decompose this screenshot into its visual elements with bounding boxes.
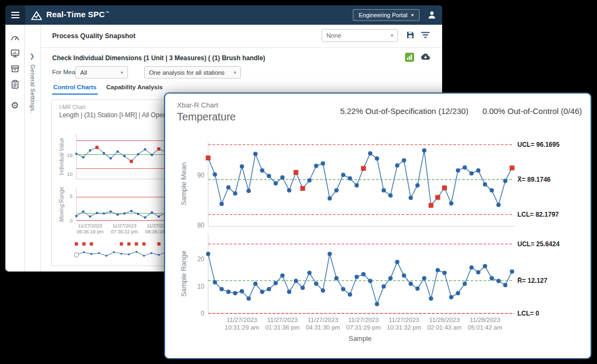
svg-text:11/27/2023: 11/27/2023 (348, 317, 379, 323)
svg-text:11/27/2023: 11/27/2023 (267, 317, 298, 323)
svg-text:11/27/2023: 11/27/2023 (308, 317, 338, 323)
app-logo: Real-Time SPC ™ (31, 10, 109, 21)
app-header: Real-Time SPC ™ Engineering Portal ▾ (5, 5, 442, 25)
xbar-chart-type-label: Xbar-R Chart (177, 101, 236, 109)
imr-chart-type-label: I-MR Chart (59, 104, 86, 110)
logo-check-triangle-icon (31, 10, 42, 21)
app-title: Real-Time SPC (46, 10, 105, 19)
out-of-control-stat: 0.00% Out-of-Control (0/46) (482, 106, 582, 116)
svg-text:10:31:32 pm: 10:31:32 pm (387, 324, 421, 331)
preset-select[interactable]: None ▾ (322, 29, 398, 42)
svg-text:90: 90 (197, 172, 205, 179)
svg-text:11/28/2023: 11/28/2023 (429, 317, 460, 323)
filter-icon (421, 30, 430, 40)
sidebar-item-charts[interactable] (8, 46, 23, 61)
chevron-down-icon: ▾ (411, 12, 414, 18)
monitor-chart-icon (10, 48, 20, 58)
svg-text:11/27/2023: 11/27/2023 (226, 317, 257, 323)
xbar-chart-title: Temperature (177, 111, 236, 123)
svg-text:LCL= 82.1797: LCL= 82.1797 (517, 211, 559, 218)
analysis-select-value: One analysis for all stations (149, 69, 225, 76)
chevron-down-icon: ▾ (233, 70, 236, 75)
svg-text:X̄= 89.1746: X̄= 89.1746 (517, 176, 551, 183)
save-button[interactable] (406, 30, 415, 41)
download-button[interactable] (418, 52, 430, 62)
svg-text:0: 0 (70, 218, 73, 224)
svg-text:02:01:43 am: 02:01:43 am (427, 324, 461, 331)
out-of-spec-stat: 5.22% Out-of-Specification (12/230) (340, 106, 468, 116)
svg-text:07:36:22 pm: 07:36:22 pm (111, 229, 138, 234)
svg-text:01:31:36 pm: 01:31:36 pm (265, 324, 300, 331)
sidebar-item-settings[interactable]: ⚙ (8, 98, 23, 113)
svg-text:10: 10 (67, 171, 73, 177)
tab-capability-analysis[interactable]: Capability Analysis (105, 82, 164, 95)
panel-title: Check Individual Dimensions (1 Unit | 3 … (52, 54, 265, 62)
svg-text:04:31:30 pm: 04:31:30 pm (305, 324, 340, 331)
bar-chart-icon (406, 54, 413, 61)
clipboard-list-icon (10, 80, 20, 89)
svg-text:15: 15 (67, 152, 73, 158)
general-settings-label: General Settings. (30, 65, 36, 113)
tab-control-charts[interactable]: Control Charts (52, 82, 98, 95)
general-settings-strip: ❯ General Settings. (25, 25, 41, 272)
sidebar-item-documents[interactable] (8, 77, 23, 92)
expand-panel-chevron-icon[interactable]: ❯ (30, 53, 34, 60)
svg-text:Sample: Sample (349, 335, 371, 342)
portal-label: Engineering Portal (359, 12, 408, 18)
portal-selector[interactable]: Engineering Portal ▾ (353, 9, 420, 21)
chart-stats: 5.22% Out-of-Specification (12/230) 0.00… (340, 106, 582, 116)
xbar-chart-header: Xbar-R Chart Temperature (177, 101, 236, 123)
svg-text:UCL= 25.6424: UCL= 25.6424 (517, 240, 560, 248)
user-account-button[interactable] (427, 10, 437, 20)
svg-text:10: 10 (197, 283, 205, 290)
storage-box-icon (10, 64, 20, 74)
svg-text:11/28/2023: 11/28/2023 (470, 317, 500, 323)
svg-text:11/27/2023: 11/27/2023 (112, 223, 136, 229)
sidebar-item-storage[interactable] (8, 61, 23, 76)
svg-text:R̄= 12.127: R̄= 12.127 (517, 277, 548, 284)
svg-text:10:31:29 am: 10:31:29 am (225, 324, 259, 331)
xbar-r-chart-window: Xbar-R Chart Temperature 5.22% Out-of-Sp… (164, 92, 592, 359)
analysis-select[interactable]: One analysis for all stations ▾ (144, 66, 241, 78)
save-icon (406, 30, 415, 40)
chevron-down-icon: ▾ (390, 33, 393, 38)
tabs: Control Charts Capability Analysis (52, 82, 164, 95)
svg-text:LCL= 0: LCL= 0 (517, 310, 539, 317)
svg-text:07:31:29 pm: 07:31:29 pm (346, 324, 381, 331)
trademark: ™ (105, 11, 109, 15)
desktop: Real-Time SPC ™ Engineering Portal ▾ (0, 0, 597, 364)
person-icon (427, 10, 437, 20)
svg-text:11/27/2023: 11/27/2023 (78, 223, 102, 229)
filter-button[interactable] (421, 30, 430, 41)
svg-text:UCL= 96.1695: UCL= 96.1695 (517, 141, 560, 148)
page-title: Process Quality Snapshot (52, 32, 136, 40)
chevron-down-icon: ▾ (120, 70, 123, 75)
svg-text:11/27/2023: 11/27/2023 (389, 317, 420, 323)
svg-text:0: 0 (201, 310, 204, 317)
sidebar-item-dashboard[interactable] (8, 30, 23, 45)
sidebar-nav: ⚙ (5, 25, 25, 272)
gear-icon: ⚙ (11, 101, 19, 110)
svg-text:20: 20 (197, 255, 205, 263)
svg-text:80: 80 (197, 222, 205, 229)
measure-select-value: All (80, 69, 87, 76)
svg-text:05:01:42 am: 05:01:42 am (468, 324, 502, 331)
divider (41, 47, 442, 48)
imr-chart-subtitle: Length | (31) Station [I-MR] | All Opera… (59, 111, 180, 119)
svg-text:06:36:19 pm: 06:36:19 pm (77, 229, 104, 234)
cloud-download-icon (418, 52, 430, 61)
xbar-chart-svg[interactable]: UCL= 96.1695LCL= 82.1797X̄= 89.17468090U… (181, 126, 585, 352)
gauge-icon (10, 33, 20, 42)
preset-select-value: None (326, 32, 342, 39)
chart-view-button[interactable] (405, 53, 414, 62)
menu-button[interactable] (5, 5, 25, 25)
svg-text:5: 5 (70, 193, 73, 199)
measure-select[interactable]: All ▾ (75, 66, 128, 78)
